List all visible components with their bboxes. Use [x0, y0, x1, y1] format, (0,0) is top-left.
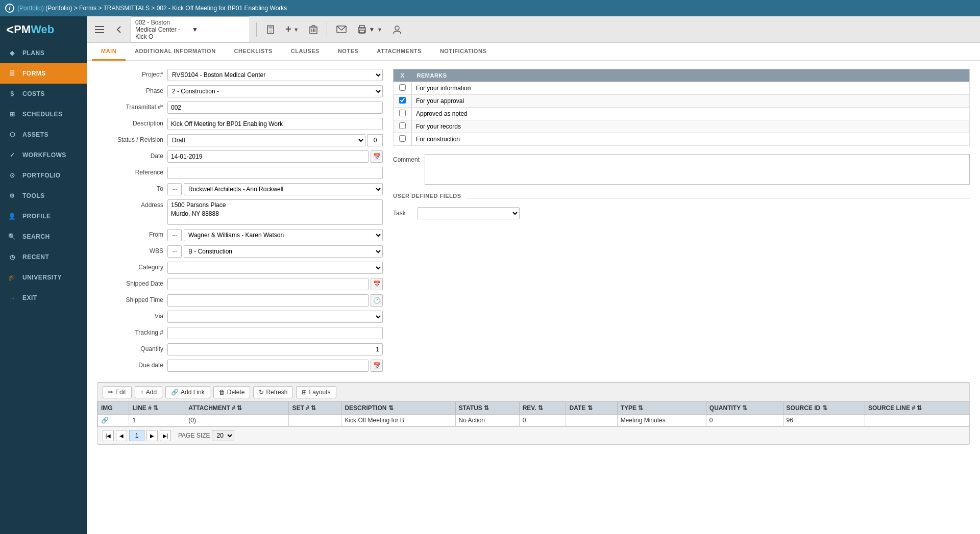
from-ellipsis-button[interactable]: ···	[167, 229, 182, 241]
tracking-label: Tracking #	[97, 327, 163, 336]
email-button[interactable]	[333, 23, 350, 35]
remark-text-1: For your information	[412, 82, 970, 95]
record-selector[interactable]: 002 - Boston Medical Center - Kick O ▼	[131, 16, 250, 43]
edit-button[interactable]: ✏ Edit	[103, 386, 132, 398]
grid-section: ✏ Edit + Add 🔗 Add Link 🗑 Delete	[97, 382, 970, 445]
logo-web: Web	[31, 23, 54, 36]
form-left: Project* RVS0104 - Boston Medical Center…	[97, 69, 383, 376]
address-textarea[interactable]	[167, 199, 383, 225]
remark-text-2: For your approval	[412, 95, 970, 108]
tab-checklists[interactable]: CHECKLISTS	[225, 43, 282, 61]
back-button[interactable]	[111, 23, 127, 36]
page-size-select[interactable]: 20	[212, 430, 234, 441]
category-select[interactable]	[167, 262, 383, 274]
chevron-down-icon: ▼	[192, 26, 246, 33]
phase-select[interactable]: 2 - Construction -	[167, 85, 383, 97]
menu-button[interactable]	[92, 24, 107, 35]
remark-row-1: For your information	[394, 82, 970, 95]
info-icon[interactable]: i	[5, 4, 14, 13]
due-date-icon[interactable]: 📅	[371, 360, 383, 372]
sidebar-item-recent[interactable]: ◷ RECENT	[0, 247, 87, 267]
sidebar-item-profile[interactable]: 👤 PROFILE	[0, 206, 87, 226]
wbs-row: WBS ··· B - Construction	[97, 245, 383, 258]
sidebar-item-search[interactable]: 🔍 SEARCH	[0, 226, 87, 247]
record-selector-value: 002 - Boston Medical Center - Kick O	[135, 19, 189, 40]
wbs-select[interactable]: B - Construction	[184, 245, 383, 258]
layouts-button[interactable]: ⊞ Layouts	[296, 386, 336, 398]
status-num-input[interactable]	[368, 134, 383, 146]
tracking-input[interactable]	[167, 327, 383, 339]
wbs-ellipsis-button[interactable]: ···	[167, 245, 182, 258]
svg-rect-4	[268, 26, 273, 29]
last-page-button[interactable]: ▶|	[160, 430, 171, 441]
due-date-input[interactable]	[167, 360, 369, 372]
transmittal-input[interactable]	[167, 101, 383, 114]
comment-textarea[interactable]	[425, 154, 970, 185]
sidebar-item-portfolio[interactable]: ⊙ PORTFOLIO	[0, 165, 87, 186]
sidebar-item-tools[interactable]: ⚙ TOOLS	[0, 186, 87, 206]
exit-icon: →	[7, 293, 17, 303]
user-button[interactable]	[389, 23, 405, 36]
refresh-button[interactable]: ↻ Refresh	[253, 386, 293, 398]
task-select[interactable]	[418, 207, 520, 219]
shipped-time-icon[interactable]: 🕐	[371, 294, 383, 307]
reference-input[interactable]	[167, 167, 383, 179]
prev-page-button[interactable]: ◀	[116, 430, 127, 441]
sidebar-item-university[interactable]: 🎓 UNIVERSITY	[0, 267, 87, 288]
add-row-button[interactable]: + Add	[135, 386, 162, 398]
sidebar-item-label: EXIT	[22, 294, 37, 301]
tab-attachments[interactable]: ATTACHMENTS	[368, 43, 431, 61]
tab-additional[interactable]: ADDITIONAL INFORMATION	[126, 43, 225, 61]
task-label: Task	[393, 210, 413, 217]
shipped-date-input[interactable]	[167, 278, 369, 290]
to-select[interactable]: Rockwell Architects - Ann Rockwell	[184, 183, 383, 195]
next-page-button[interactable]: ▶	[146, 430, 158, 441]
page-number-input[interactable]	[129, 430, 144, 441]
remark-checkbox-1[interactable]	[399, 84, 406, 91]
tab-notifications[interactable]: NOTIFICATIONS	[431, 43, 496, 61]
sidebar-item-forms[interactable]: ☰ FORMS	[0, 63, 87, 84]
sidebar-item-assets[interactable]: ⬡ ASSETS	[0, 124, 87, 145]
tab-notes[interactable]: NOTES	[329, 43, 368, 61]
remark-checkbox-5[interactable]	[399, 135, 406, 142]
reference-control	[167, 167, 383, 179]
first-page-button[interactable]: |◀	[103, 430, 114, 441]
comment-section: Comment	[393, 154, 970, 185]
from-select[interactable]: Wagner & Williams - Karen Watson	[184, 229, 383, 241]
date-picker-icon[interactable]: 📅	[371, 150, 383, 163]
description-input[interactable]	[167, 118, 383, 130]
user-defined-section: USER DEFINED FIELDS Task	[393, 193, 970, 219]
bottom-toolbar: ✏ Edit + Add 🔗 Add Link 🗑 Delete	[97, 383, 969, 401]
remark-checkbox-4[interactable]	[399, 122, 406, 129]
to-ellipsis-button[interactable]: ···	[167, 183, 182, 195]
sidebar-item-plans[interactable]: ◈ PLANS	[0, 43, 87, 63]
sidebar-item-schedules[interactable]: ⊞ SCHEDULES	[0, 104, 87, 124]
sidebar-item-workflows[interactable]: ✓ WORKFLOWS	[0, 145, 87, 165]
print-button[interactable]: ▼ ▼	[354, 23, 386, 36]
delete-row-button[interactable]: 🗑 Delete	[213, 386, 251, 398]
remark-checkbox-3[interactable]	[399, 110, 406, 116]
edit-icon: ✏	[108, 389, 113, 396]
tab-clauses[interactable]: CLAUSES	[282, 43, 329, 61]
via-select[interactable]	[167, 311, 383, 323]
category-control	[167, 262, 383, 274]
sidebar-nav: ◈ PLANS ☰ FORMS $ COSTS ⊞ SCHEDULES ⬡ AS…	[0, 43, 87, 534]
shipped-time-input[interactable]	[167, 294, 369, 307]
date-input[interactable]	[167, 150, 369, 163]
status-select[interactable]: Draft	[167, 134, 365, 146]
quantity-input[interactable]	[167, 343, 383, 355]
delete-button[interactable]	[306, 23, 321, 36]
col-attachment: ATTACHMENT # ⇅	[185, 402, 289, 415]
add-link-button[interactable]: 🔗 Add Link	[165, 386, 210, 398]
sidebar-item-costs[interactable]: $ COSTS	[0, 84, 87, 104]
sidebar-item-exit[interactable]: → EXIT	[0, 288, 87, 308]
save-button[interactable]	[263, 23, 278, 36]
portfolio-link[interactable]: (Portfolio)	[17, 5, 44, 12]
tab-main[interactable]: MAIN	[92, 43, 126, 61]
remark-checkbox-2[interactable]	[399, 97, 406, 104]
svg-rect-2	[95, 32, 104, 33]
add-button[interactable]: + ▼	[282, 21, 302, 37]
sidebar-item-label: SEARCH	[22, 233, 50, 240]
project-select[interactable]: RVS0104 - Boston Medical Center	[167, 69, 383, 81]
shipped-date-icon[interactable]: 📅	[371, 278, 383, 290]
